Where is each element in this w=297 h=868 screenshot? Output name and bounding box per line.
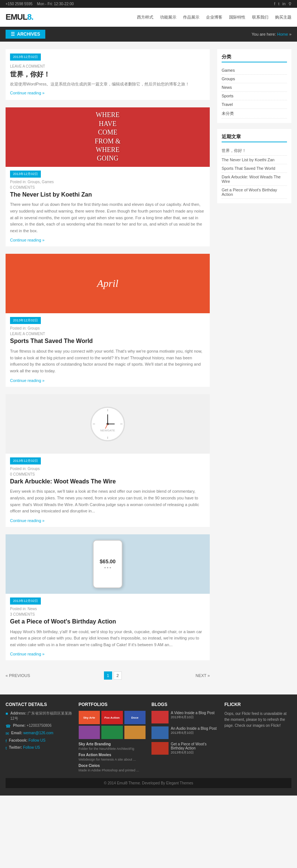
- twitter-link[interactable]: Follow US: [23, 745, 40, 749]
- post-3-body: 2013年12月02日 Posted in: Groups LEAVE A CO…: [6, 313, 210, 386]
- footer-flickr-title: FLICKR: [225, 702, 292, 707]
- portfolio-thumb-0[interactable]: Sky Arte: [79, 711, 100, 724]
- copyright-text: © 2014 Emul8 Theme. Developed By Elegant…: [104, 781, 193, 785]
- post-5-text: Happy Woot's 9th birthday, y'all! If we …: [10, 629, 205, 648]
- next-page-button[interactable]: NEXT »: [196, 673, 210, 678]
- prev-page-button[interactable]: « PREVIOUS: [6, 673, 30, 678]
- header: EMUL8. 西方样式 功能展示 作品展示 企业博客 国际特性 联系我们 购买主…: [0, 8, 297, 27]
- breadcrumb: You are here: Home »: [252, 32, 291, 36]
- sidebar-cat-sports[interactable]: Sports: [222, 92, 287, 100]
- phone-icon: ☎: [6, 724, 11, 729]
- blog-thumb-0[interactable]: [151, 711, 169, 723]
- twitter-label: Twitter:: [9, 745, 22, 749]
- footer-twitter-item: t Twitter: Follow US: [6, 745, 73, 750]
- nav-item-4[interactable]: 企业博客: [206, 14, 222, 20]
- post-2-image-text: WHEREHAVECOMEFROM &WHEREGOING: [91, 107, 124, 167]
- post-3-title[interactable]: Sports That Saved The World: [10, 337, 205, 345]
- facebook-icon[interactable]: f: [274, 1, 275, 6]
- phone-value: +12003750806: [27, 723, 52, 728]
- post-5-readmore[interactable]: Continue reading »: [10, 652, 45, 656]
- post-2-title[interactable]: The Never List by Koethi Zan: [10, 191, 205, 199]
- sidebar-cat-games[interactable]: Games: [222, 66, 287, 75]
- facebook-footer-icon: f: [6, 739, 7, 743]
- footer-blogs: BLOGS A Video Inside a Blog Post 2013年6月…: [151, 702, 219, 772]
- facebook-link[interactable]: Follow US: [29, 738, 46, 742]
- nav-item-2[interactable]: 功能展示: [160, 14, 176, 20]
- sidebar-recent-2[interactable]: Sports That Saved The World: [222, 164, 287, 173]
- footer-flickr: FLICKR Oops, our Flickr feed is unavaila…: [225, 702, 292, 772]
- blog-title-1[interactable]: An Audio Inside a Blog Post: [171, 726, 216, 731]
- post-5-image: $65.00 ● ● ●: [6, 534, 210, 594]
- portfolio-item-2-sub: Made in Adobe Photoshop and printed ...: [79, 768, 146, 772]
- post-2-meta: Posted in: Groups, Games: [10, 180, 205, 184]
- portfolio-thumb-3[interactable]: [79, 726, 100, 739]
- footer-address-item: ■ Address: 广东省深圳市福田区某某路12号: [6, 711, 73, 721]
- footer-email-item: ✉ Email: weman@126.com: [6, 731, 73, 736]
- pagination: « PREVIOUS 1 2 NEXT »: [6, 668, 210, 687]
- post-3-readmore[interactable]: Continue reading »: [10, 378, 45, 383]
- post-1-date: 2013年12月02日: [10, 54, 41, 61]
- nav-item-6[interactable]: 联系我们: [252, 14, 268, 20]
- blog-title-2[interactable]: Get a Piece of Woot's Birthday Action: [171, 742, 219, 750]
- post-3-comment[interactable]: LEAVE A COMMENT: [10, 332, 205, 336]
- post-1-comment[interactable]: LEAVE A COMMENT: [10, 64, 205, 68]
- post-2-comment[interactable]: 0 COMMENTS: [10, 185, 205, 190]
- email-label: Email:: [11, 731, 22, 735]
- sidebar-recent-0[interactable]: 世界，你好！: [222, 146, 287, 156]
- post-1-readmore[interactable]: Continue reading »: [10, 91, 45, 95]
- nav-item-3[interactable]: 作品展示: [183, 14, 199, 20]
- footer-flickr-text: Oops, our Flickr feed is unavailable at …: [225, 711, 292, 729]
- post-5-comment[interactable]: 3 COMMENTS: [10, 612, 205, 616]
- search-icon[interactable]: ⚲: [288, 1, 291, 6]
- page-1-button[interactable]: 1: [104, 671, 112, 680]
- logo[interactable]: EMUL8.: [6, 12, 33, 22]
- post-1-text: 欢迎使用WordPress。这是系统自动生成的第一篇文章，编辑或者删除它，然后开…: [10, 81, 205, 88]
- portfolio-thumb-5[interactable]: [124, 726, 146, 739]
- blog-title-0[interactable]: A Video Inside a Blog Post: [171, 711, 215, 715]
- post-3-image: April: [6, 254, 210, 313]
- post-2-date: 2013年12月02日: [10, 171, 41, 178]
- blog-thumb-2[interactable]: [151, 742, 169, 755]
- post-4-body: 2013年12月02日 Posted in: Groups 0 COMMENTS…: [6, 454, 210, 527]
- linkedin-icon[interactable]: in: [282, 1, 285, 6]
- email-link[interactable]: weman@126.com: [23, 731, 53, 735]
- sidebar-recent-4[interactable]: Get a Piece of Woot's Birthday Action: [222, 186, 287, 199]
- sidebar-cat-uncategorized[interactable]: 未分类: [222, 109, 287, 119]
- sidebar-recent-title: 近期文章: [222, 133, 287, 142]
- post-4-comment[interactable]: 0 COMMENTS: [10, 472, 205, 476]
- post-4-title[interactable]: Dark Arbuckle: Woot Weads The Wire: [10, 478, 205, 486]
- bars-icon: ☰: [11, 32, 15, 37]
- sidebar-cat-groups[interactable]: Groups: [222, 75, 287, 83]
- blog-thumb-1[interactable]: [151, 726, 169, 739]
- sidebar-categories-title: 分类: [222, 54, 287, 62]
- post-4-readmore[interactable]: Continue reading »: [10, 518, 45, 523]
- post-5-title[interactable]: Get a Piece of Woot's Birthday Action: [10, 618, 205, 626]
- post-4-date: 2013年12月02日: [10, 457, 41, 464]
- footer-contact: CONTACT DETAILS ■ Address: 广东省深圳市福田区某某路1…: [6, 702, 73, 772]
- post-5: $65.00 ● ● ● 2013年12月02日 Posted in: News…: [6, 534, 210, 661]
- sidebar-cat-travel[interactable]: Travel: [222, 100, 287, 109]
- breadcrumb-home[interactable]: Home: [277, 32, 288, 36]
- portfolio-thumb-4[interactable]: [101, 726, 123, 739]
- post-3-image-text: April: [97, 278, 118, 289]
- sidebar-cat-news[interactable]: News: [222, 83, 287, 92]
- twitter-footer-icon: t: [6, 746, 7, 750]
- twitter-icon[interactable]: t: [278, 1, 279, 6]
- portfolio-thumb-1[interactable]: Fox Action: [101, 711, 123, 724]
- content-area: 2013年12月02日 LEAVE A COMMENT 世界，你好！ 欢迎使用W…: [6, 49, 210, 687]
- sidebar-recent-3[interactable]: Dark Arbuckle: Woot Weads The Wire: [222, 173, 287, 186]
- post-4: NEWGATE 2013年12月02日 Posted in: Groups 0 …: [6, 394, 210, 527]
- hours-info: Mon - Fri: 12:30-22:00: [37, 2, 74, 6]
- nav-item-7[interactable]: 购买主题: [275, 14, 291, 20]
- portfolio-thumb-2[interactable]: Doce: [124, 711, 146, 724]
- portfolio-item-2-title: Doce Cieios: [79, 764, 146, 768]
- page-2-button[interactable]: 2: [114, 671, 122, 680]
- post-4-meta: Posted in: Groups: [10, 467, 205, 471]
- footer-facebook-item: f Facebook: Follow US: [6, 738, 73, 743]
- sidebar-recent-1[interactable]: The Never List by Koethi Zan: [222, 156, 287, 164]
- email-icon: ✉: [6, 731, 9, 736]
- nav-item-1[interactable]: 西方样式: [137, 14, 153, 20]
- post-2-readmore[interactable]: Continue reading »: [10, 238, 45, 242]
- nav-item-5[interactable]: 国际特性: [229, 14, 245, 20]
- post-5-date: 2013年12月02日: [10, 597, 41, 605]
